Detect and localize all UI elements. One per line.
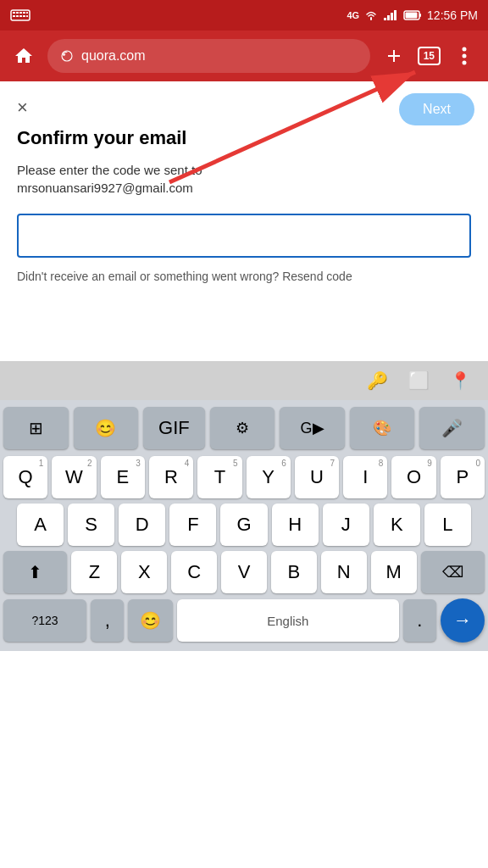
key-emoji-sticker[interactable]: 😊 bbox=[74, 407, 139, 449]
key-palette[interactable]: 🎨 bbox=[350, 407, 415, 449]
signal-4g: 4G bbox=[347, 10, 359, 20]
svg-rect-9 bbox=[23, 15, 25, 17]
browser-toolbar: quora.com 15 bbox=[0, 31, 488, 81]
key-k[interactable]: K bbox=[374, 504, 420, 546]
key-u[interactable]: U7 bbox=[295, 456, 339, 498]
next-button[interactable]: Next bbox=[399, 93, 474, 125]
time-display: 12:56 PM bbox=[427, 8, 478, 22]
status-bar-left bbox=[10, 8, 30, 22]
keyboard-special-row: ⊞ 😊 GIF ⚙ G▶ 🎨 🎤 bbox=[3, 407, 485, 449]
key-settings[interactable]: ⚙ bbox=[210, 407, 275, 449]
keyboard-row-1: Q1 W2 E3 R4 T5 Y6 U7 I8 O9 P0 bbox=[3, 456, 485, 498]
key-e[interactable]: E3 bbox=[101, 456, 145, 498]
svg-rect-17 bbox=[406, 13, 418, 19]
svg-rect-1 bbox=[13, 12, 15, 14]
url-display: quora.com bbox=[81, 48, 146, 64]
key-m[interactable]: M bbox=[371, 551, 417, 593]
resend-text: Didn't receive an email or something wen… bbox=[17, 270, 471, 283]
key-z[interactable]: Z bbox=[71, 551, 117, 593]
svg-rect-6 bbox=[13, 15, 15, 17]
resend-link[interactable]: Resend code bbox=[282, 270, 352, 283]
home-button[interactable] bbox=[8, 41, 39, 71]
svg-rect-7 bbox=[16, 15, 19, 17]
svg-point-20 bbox=[463, 54, 467, 58]
key-f[interactable]: F bbox=[169, 504, 216, 546]
key-backspace[interactable]: ⌫ bbox=[421, 551, 485, 593]
key-y[interactable]: Y6 bbox=[247, 456, 291, 498]
key-n[interactable]: N bbox=[321, 551, 367, 593]
key-v[interactable]: V bbox=[221, 551, 267, 593]
status-bar-right: 4G 12:56 PM bbox=[347, 8, 478, 22]
key-num[interactable]: ?123 bbox=[3, 599, 86, 642]
key-h[interactable]: H bbox=[272, 504, 319, 546]
svg-rect-5 bbox=[26, 12, 28, 14]
svg-rect-14 bbox=[394, 10, 396, 20]
key-send[interactable]: → bbox=[441, 598, 485, 643]
svg-rect-13 bbox=[391, 13, 393, 20]
svg-rect-3 bbox=[19, 12, 22, 14]
keyboard-row-3: ⬆ Z X C V B N M ⌫ bbox=[3, 551, 485, 593]
key-a[interactable]: A bbox=[17, 504, 64, 546]
refresh-icon bbox=[59, 48, 75, 64]
signal-icon bbox=[383, 9, 398, 21]
svg-rect-8 bbox=[19, 15, 22, 17]
keyboard-icon bbox=[10, 8, 30, 22]
key-r[interactable]: R4 bbox=[149, 456, 193, 498]
close-button[interactable]: × bbox=[17, 97, 28, 119]
key-translate[interactable]: G▶ bbox=[280, 407, 345, 449]
status-bar: 4G 12:56 PM bbox=[0, 0, 488, 31]
key-p[interactable]: P0 bbox=[441, 456, 485, 498]
page-title: Confirm your email bbox=[17, 127, 471, 149]
description-text: Please enter the code we sent tomrsonuan… bbox=[17, 161, 471, 197]
location-icon[interactable]: 📍 bbox=[450, 370, 471, 391]
key-b[interactable]: B bbox=[271, 551, 317, 593]
key-emoji-face[interactable]: 😊 bbox=[128, 599, 172, 642]
menu-button[interactable] bbox=[449, 41, 480, 71]
tab-count[interactable]: 15 bbox=[418, 47, 441, 65]
keyboard-row-2: A S D F G H J K L bbox=[3, 504, 485, 546]
svg-rect-4 bbox=[23, 12, 25, 14]
page-content: × Next Confirm your email Please enter t… bbox=[0, 81, 488, 361]
wifi-icon bbox=[364, 9, 378, 21]
new-tab-button[interactable] bbox=[379, 41, 409, 71]
key-c[interactable]: C bbox=[171, 551, 217, 593]
key-d[interactable]: D bbox=[119, 504, 165, 546]
key-x[interactable]: X bbox=[121, 551, 167, 593]
key-o[interactable]: O9 bbox=[391, 456, 435, 498]
key-comma[interactable]: , bbox=[91, 599, 124, 642]
key-gif[interactable]: GIF bbox=[143, 407, 205, 449]
battery-icon bbox=[403, 9, 422, 21]
key-mic[interactable]: 🎤 bbox=[419, 407, 485, 449]
keyboard-row-4: ?123 , 😊 English . → bbox=[3, 598, 485, 643]
key-s[interactable]: S bbox=[68, 504, 114, 546]
svg-rect-12 bbox=[387, 15, 390, 20]
svg-rect-11 bbox=[384, 18, 386, 20]
key-shift[interactable]: ⬆ bbox=[3, 551, 67, 593]
card-icon[interactable]: ⬜ bbox=[408, 370, 430, 391]
svg-point-21 bbox=[463, 61, 467, 65]
key-apps[interactable]: ⊞ bbox=[3, 407, 69, 449]
svg-point-19 bbox=[463, 47, 467, 52]
key-t[interactable]: T5 bbox=[197, 456, 241, 498]
code-input[interactable] bbox=[17, 214, 471, 258]
svg-rect-10 bbox=[26, 15, 28, 17]
key-g[interactable]: G bbox=[220, 504, 267, 546]
svg-rect-2 bbox=[16, 12, 19, 14]
key-space[interactable]: English bbox=[177, 599, 399, 642]
key-j[interactable]: J bbox=[323, 504, 369, 546]
svg-rect-16 bbox=[419, 14, 421, 17]
key-l[interactable]: L bbox=[424, 504, 471, 546]
key-icon[interactable]: 🔑 bbox=[367, 370, 388, 391]
key-w[interactable]: W2 bbox=[52, 456, 96, 498]
key-i[interactable]: I8 bbox=[343, 456, 387, 498]
key-q[interactable]: Q1 bbox=[3, 456, 47, 498]
keyboard-toolbar: 🔑 ⬜ 📍 bbox=[0, 361, 488, 400]
address-bar[interactable]: quora.com bbox=[47, 39, 370, 73]
keyboard: ⊞ 😊 GIF ⚙ G▶ 🎨 🎤 Q1 W2 E3 R4 T5 Y6 U7 I8… bbox=[0, 400, 488, 651]
key-period[interactable]: . bbox=[403, 599, 436, 642]
